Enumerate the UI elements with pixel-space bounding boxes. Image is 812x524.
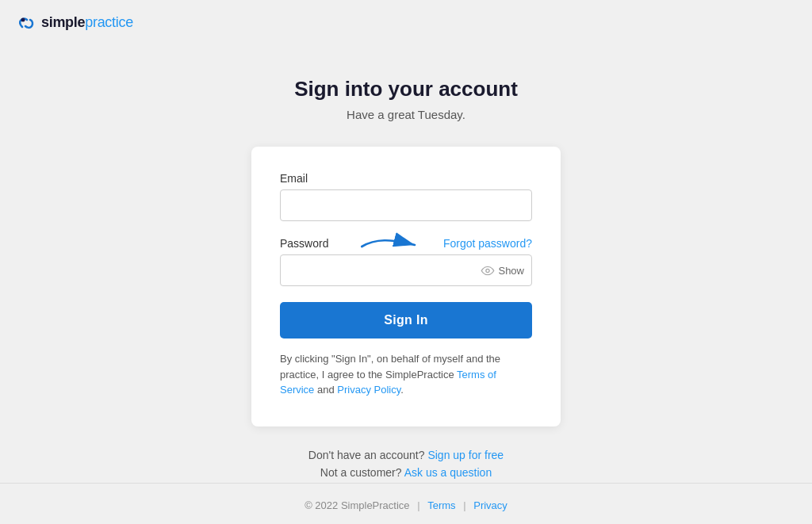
- header: simplepractice: [0, 0, 812, 45]
- svg-point-2: [486, 269, 489, 272]
- footer-divider-1: |: [417, 499, 423, 511]
- svg-point-0: [21, 17, 25, 21]
- footer: © 2022 SimplePractice | Terms | Privacy: [0, 483, 812, 524]
- page-title: Sign into your account: [294, 77, 518, 101]
- not-customer-label: Not a customer?: [320, 466, 402, 479]
- sign-in-button[interactable]: Sign In: [280, 302, 532, 338]
- page-subtitle: Have a great Tuesday.: [347, 108, 465, 121]
- eye-icon: [481, 266, 495, 275]
- no-account-text: Don't have an account? Sign up for free: [308, 449, 504, 461]
- logo-simple: simple: [41, 14, 85, 30]
- privacy-policy-link[interactable]: Privacy Policy: [337, 384, 400, 396]
- password-label: Password: [280, 237, 328, 250]
- logo-text: simplepractice: [41, 14, 133, 31]
- email-label: Email: [280, 172, 532, 185]
- legal-text-2: and: [314, 384, 337, 396]
- footer-terms-link[interactable]: Terms: [427, 499, 455, 511]
- arrow-annotation-icon: [359, 231, 423, 262]
- logo: simplepractice: [19, 14, 793, 31]
- legal-text: By clicking "Sign In", on behalf of myse…: [280, 351, 532, 398]
- forgot-password-link[interactable]: Forgot password?: [443, 237, 532, 250]
- simplepractice-logo-icon: [19, 16, 36, 30]
- footer-copyright: © 2022 SimplePractice: [304, 499, 409, 511]
- email-input[interactable]: [280, 189, 532, 221]
- logo-practice: practice: [85, 14, 133, 30]
- login-card: Email Password Forgot password?: [251, 147, 561, 426]
- footer-privacy-link[interactable]: Privacy: [473, 499, 508, 511]
- sign-up-link[interactable]: Sign up for free: [427, 449, 504, 461]
- email-field-group: Email: [280, 172, 532, 221]
- ask-question-link[interactable]: Ask us a question: [404, 466, 492, 479]
- below-card-links: Don't have an account? Sign up for free …: [308, 449, 504, 484]
- password-field-group: Password Forgot password? Show: [280, 237, 532, 286]
- show-password-button[interactable]: Show: [481, 265, 524, 277]
- footer-divider-2: |: [463, 499, 469, 511]
- show-password-label: Show: [498, 265, 524, 277]
- legal-text-3: .: [400, 384, 404, 396]
- no-account-label: Don't have an account?: [308, 449, 425, 461]
- not-customer-text: Not a customer? Ask us a question: [308, 466, 504, 479]
- main-content: Sign into your account Have a great Tues…: [0, 45, 812, 524]
